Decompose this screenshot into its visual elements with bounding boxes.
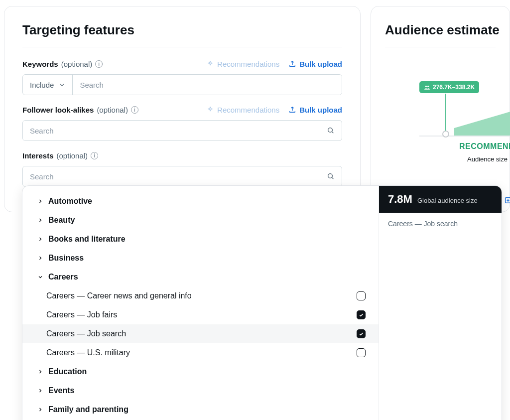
keywords-search-input[interactable] [73,75,342,95]
search-icon [327,172,335,180]
detail-breadcrumb: Careers — Job search [379,213,502,235]
follower-label: Follower look-alikes [22,106,94,114]
category-education[interactable]: Education [22,362,379,381]
dropdown-detail-panel: 7.8M Global audience size Careers — Job … [379,186,502,420]
audience-size-label: Audience size [467,155,508,163]
chevron-right-icon [37,217,43,223]
chevron-right-icon [37,236,43,242]
section-title: Targeting features [22,22,342,38]
interests-input-row [22,166,342,187]
category-family[interactable]: Family and parenting [22,400,379,419]
search-icon [327,127,335,135]
recommendations-text: Recommendations [217,106,279,114]
interest-item-job-search[interactable]: Careers — Job search [22,324,379,343]
info-icon[interactable]: i [91,152,98,159]
sparkle-icon [206,106,214,114]
chevron-down-icon [59,82,65,88]
bulk-upload-link[interactable]: Bulk upload [288,60,342,68]
chevron-right-icon [37,255,43,261]
keywords-field: Keywords (optional) i Recommendations Bu… [22,58,342,95]
interest-label: Careers — U.S. military [46,348,130,357]
search-icon-wrap [320,166,342,186]
audience-size-value: 7.8M [388,193,412,206]
checkmark-icon [359,312,364,318]
checkmark-icon [359,331,364,337]
chevron-right-icon [37,198,43,204]
category-automotive[interactable]: Automotive [22,192,379,211]
range-marker-stem [445,94,446,133]
checkbox[interactable] [357,348,366,357]
category-label: Automotive [48,197,92,206]
targeting-features-card: Targeting features Keywords (optional) i… [4,6,361,212]
interest-item-job-fairs[interactable]: Careers — Job fairs [22,305,379,324]
bulk-upload-text: Bulk upload [299,60,342,68]
expand-icon[interactable] [504,196,510,204]
optional-text: (optional) [97,106,128,114]
keywords-input-row: Include [22,74,342,95]
chevron-right-icon [37,388,43,394]
svg-point-3 [427,85,429,87]
interests-search-input[interactable] [23,166,320,186]
range-value: 276.7K–338.2K [433,84,475,91]
bulk-upload-link[interactable]: Bulk upload [288,106,342,114]
bulk-upload-text: Bulk upload [299,106,342,114]
divider [385,47,496,47]
follower-input-row [22,120,342,141]
category-careers[interactable]: Careers [22,268,379,286]
category-events[interactable]: Events [22,381,379,400]
recommended-label: RECOMMENDED [459,142,510,151]
search-icon-wrap [320,121,342,140]
interest-item-career-news[interactable]: Careers — Career news and general info [22,286,379,305]
range-marker-dot[interactable] [442,131,449,138]
interests-dropdown: Automotive Beauty Books and literature B… [22,185,502,420]
interest-label: Careers — Job search [46,329,126,338]
category-label: Family and parenting [48,405,128,414]
people-icon [424,84,430,91]
recommendations-link[interactable]: Recommendations [206,106,279,114]
include-select[interactable]: Include [23,75,73,95]
recommendations-link[interactable]: Recommendations [206,60,279,68]
follower-search-input[interactable] [23,121,320,140]
svg-point-0 [328,128,333,133]
category-label: Books and literature [48,235,126,244]
dropdown-categories: Automotive Beauty Books and literature B… [22,186,379,420]
audience-size-header: 7.8M Global audience size [379,186,502,213]
checkbox-checked[interactable] [357,310,366,319]
audience-baseline [419,136,510,137]
svg-point-2 [425,85,427,87]
audience-size-label: Global audience size [417,197,478,204]
interest-item-us-military[interactable]: Careers — U.S. military [22,343,379,362]
upload-icon [288,60,296,68]
chevron-down-icon [37,274,43,280]
info-icon[interactable]: i [95,60,103,68]
keywords-label: Keywords [22,60,58,68]
upload-icon [288,106,296,114]
chevron-right-icon [37,407,43,413]
interest-label: Careers — Job fairs [46,310,117,319]
divider [22,47,342,47]
sparkle-icon [206,60,214,68]
category-books[interactable]: Books and literature [22,230,379,249]
category-beauty[interactable]: Beauty [22,211,379,230]
include-label: Include [30,81,54,89]
category-label: Beauty [48,216,75,225]
info-icon[interactable]: i [131,106,138,114]
checkbox-checked[interactable] [357,329,366,338]
checkbox[interactable] [357,291,366,300]
category-business[interactable]: Business [22,249,379,268]
category-label: Events [48,386,74,395]
category-label: Business [48,254,84,263]
interests-field: Interests (optional) i [22,150,342,187]
range-badge: 276.7K–338.2K [419,81,479,93]
chevron-right-icon [37,369,43,375]
audience-estimate-title: Audience estimate [385,22,496,38]
category-label: Careers [48,273,78,281]
svg-point-1 [328,174,333,178]
interests-label: Interests [22,151,54,160]
category-label: Education [48,367,87,376]
optional-text: (optional) [61,60,93,68]
optional-text: (optional) [57,151,88,160]
follower-field: Follower look-alikes (optional) i Recomm… [22,104,342,141]
interest-label: Careers — Career news and general info [46,291,192,300]
recommendations-text: Recommendations [217,60,279,68]
